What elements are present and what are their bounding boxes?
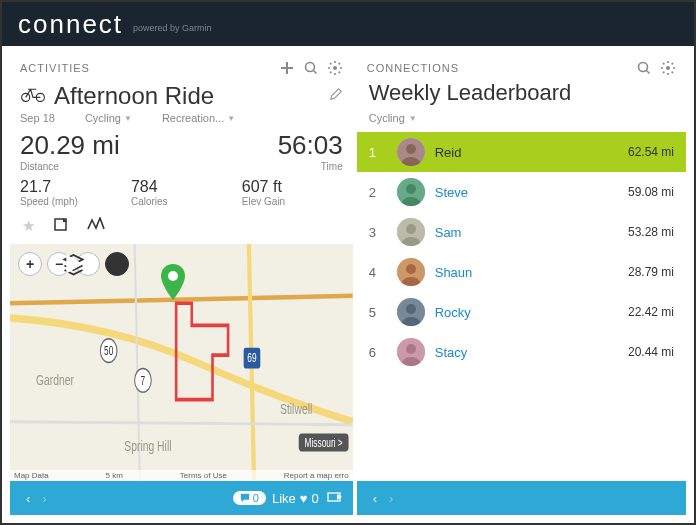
edit-icon[interactable] xyxy=(329,87,343,105)
top-bar: connect powered by Garmin xyxy=(2,2,694,46)
calories-label: Calories xyxy=(131,196,232,207)
map-label-gardner: Gardner xyxy=(36,371,75,388)
map-label-stilwell: Stilwell xyxy=(280,400,312,417)
note-icon[interactable] xyxy=(53,217,69,236)
comments-badge[interactable]: 0 xyxy=(233,491,266,505)
svg-point-17 xyxy=(666,66,670,70)
connections-bottom-bar: ‹ › xyxy=(357,481,686,515)
like-count: 0 xyxy=(311,491,318,506)
connections-panel: CONNECTIONS Weekly Leaderboard Cycling ▼… xyxy=(357,52,686,515)
leaderboard-name: Reid xyxy=(435,145,628,160)
activity-title: Afternoon Ride xyxy=(54,82,329,110)
search-icon[interactable] xyxy=(303,60,319,76)
elev-label: Elev Gain xyxy=(242,196,343,207)
avatar xyxy=(397,138,425,166)
leaderboard-next-button[interactable]: › xyxy=(383,491,399,506)
leaderboard-name: Rocky xyxy=(435,305,628,320)
like-button[interactable]: Like ♥ 0 xyxy=(272,491,319,506)
prev-activity-button[interactable]: ‹ xyxy=(20,491,36,506)
activities-panel: ACTIVITIES Afternoon Ride Sep 18 Cycling xyxy=(10,52,353,515)
category-dropdown[interactable]: Recreation... ▼ xyxy=(162,112,235,124)
chevron-down-icon: ▼ xyxy=(124,114,132,123)
activity-actions: ★ xyxy=(10,213,353,242)
distance-value: 20.29 mi xyxy=(20,130,176,161)
activities-header-title: ACTIVITIES xyxy=(20,62,271,74)
leaderboard-row[interactable]: 4Shaun28.79 mi xyxy=(357,252,686,292)
svg-text:69: 69 xyxy=(247,352,256,365)
sport-label: Cycling xyxy=(85,112,121,124)
leaderboard-rank: 5 xyxy=(369,305,387,320)
brand-subtitle: powered by Garmin xyxy=(133,23,212,33)
leaderboard-row[interactable]: 1Reid62.54 mi xyxy=(357,132,686,172)
svg-point-27 xyxy=(406,304,416,314)
track-icon[interactable] xyxy=(87,217,105,236)
star-icon[interactable]: ★ xyxy=(22,217,35,236)
activity-title-row: Afternoon Ride xyxy=(10,80,353,110)
leaderboard-distance: 22.42 mi xyxy=(628,305,674,319)
map-controls: + − xyxy=(18,252,129,276)
svg-point-25 xyxy=(406,264,416,274)
primary-stats: 20.29 mi Distance 56:03 Time xyxy=(10,130,353,178)
svg-point-19 xyxy=(406,144,416,154)
elev-value: 607 ft xyxy=(242,178,343,196)
plus-icon[interactable] xyxy=(279,60,295,76)
calories-value: 784 xyxy=(131,178,232,196)
leaderboard-row[interactable]: 6Stacy20.44 mi xyxy=(357,332,686,372)
stat-distance: 20.29 mi Distance xyxy=(20,130,176,172)
activities-header: ACTIVITIES xyxy=(10,52,353,80)
connections-header: CONNECTIONS xyxy=(357,52,686,80)
next-activity-button[interactable]: › xyxy=(36,491,52,506)
heart-icon: ♥ xyxy=(300,491,308,506)
leaderboard-filter-label: Cycling xyxy=(369,112,405,124)
map-report-link[interactable]: Report a map erro xyxy=(284,471,349,480)
time-label: Time xyxy=(186,161,342,172)
svg-point-29 xyxy=(406,344,416,354)
leaderboard-name: Sam xyxy=(435,225,628,240)
main-columns: ACTIVITIES Afternoon Ride Sep 18 Cycling xyxy=(2,46,694,523)
leaderboard-rank: 3 xyxy=(369,225,387,240)
leaderboard-distance: 28.79 mi xyxy=(628,265,674,279)
brand-logo: connect xyxy=(18,9,123,40)
category-label: Recreation... xyxy=(162,112,224,124)
map-data-label[interactable]: Map Data xyxy=(14,471,49,480)
map-scale: 5 km xyxy=(106,471,123,480)
map-terms-link[interactable]: Terms of Use xyxy=(180,471,227,480)
svg-text:Missouri >: Missouri > xyxy=(305,437,343,450)
leaderboard-filter-dropdown[interactable]: Cycling ▼ xyxy=(357,110,686,132)
svg-point-21 xyxy=(406,184,416,194)
leaderboard-row[interactable]: 2Steve59.08 mi xyxy=(357,172,686,212)
search-icon[interactable] xyxy=(636,60,652,76)
connections-header-title: CONNECTIONS xyxy=(367,62,628,74)
speed-label: Speed (mph) xyxy=(20,196,121,207)
share-icon[interactable] xyxy=(327,491,343,506)
gear-icon[interactable] xyxy=(660,60,676,76)
play-button[interactable] xyxy=(105,252,129,276)
secondary-stats: 21.7 Speed (mph) 784 Calories 607 ft Ele… xyxy=(10,178,353,213)
stat-calories: 784 Calories xyxy=(131,178,232,207)
avatar xyxy=(397,178,425,206)
svg-point-0 xyxy=(305,63,314,72)
route-map[interactable]: Gardner Spring Hill Stilwell 50 7 69 Mis… xyxy=(10,244,353,481)
map-label-springhill: Spring Hill xyxy=(124,437,171,454)
gear-icon[interactable] xyxy=(327,60,343,76)
leaderboard-title: Weekly Leaderboard xyxy=(357,80,686,110)
leaderboard-list: 1Reid62.54 mi2Steve59.08 mi3Sam53.28 mi4… xyxy=(357,132,686,481)
app-frame: connect powered by Garmin ACTIVITIES Aft… xyxy=(0,0,696,525)
leaderboard-row[interactable]: 3Sam53.28 mi xyxy=(357,212,686,252)
svg-point-16 xyxy=(639,63,648,72)
leaderboard-prev-button[interactable]: ‹ xyxy=(367,491,383,506)
bike-icon xyxy=(20,86,46,106)
activities-bottom-bar: ‹ › 0 Like ♥ 0 xyxy=(10,481,353,515)
svg-text:7: 7 xyxy=(141,374,146,387)
leaderboard-distance: 62.54 mi xyxy=(628,145,674,159)
map-footer: Map Data 5 km Terms of Use Report a map … xyxy=(10,470,353,481)
leaderboard-name: Stacy xyxy=(435,345,628,360)
time-value: 56:03 xyxy=(186,130,342,161)
leaderboard-rank: 2 xyxy=(369,185,387,200)
chevron-down-icon: ▼ xyxy=(227,114,235,123)
stat-time: 56:03 Time xyxy=(186,130,342,172)
leaderboard-distance: 53.28 mi xyxy=(628,225,674,239)
comments-count: 0 xyxy=(253,492,259,504)
sport-dropdown[interactable]: Cycling ▼ xyxy=(85,112,132,124)
leaderboard-row[interactable]: 5Rocky22.42 mi xyxy=(357,292,686,332)
